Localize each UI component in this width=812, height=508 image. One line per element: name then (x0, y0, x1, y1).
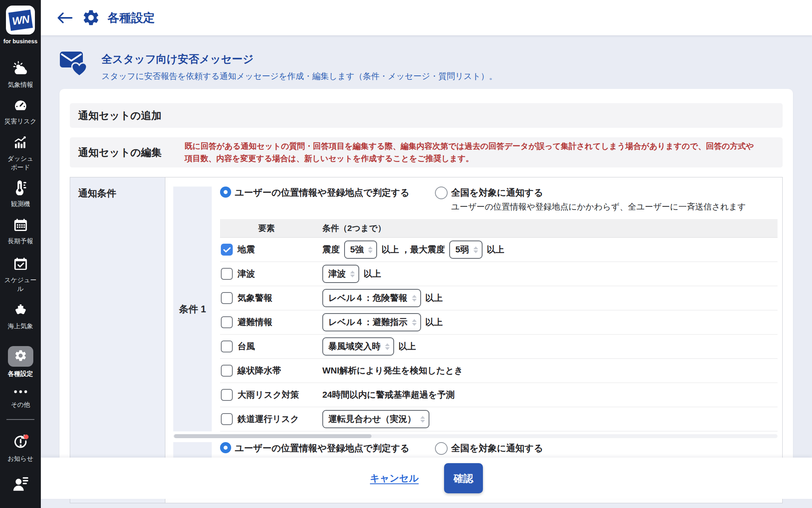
sidebar-item-disaster-risk[interactable]: 災害リスク (0, 98, 41, 126)
checkbox-unchecked[interactable] (221, 341, 233, 352)
radio-selected-icon[interactable] (220, 187, 231, 198)
sidebar-item-notifications[interactable]: お知らせ (0, 433, 41, 463)
stepper-arrows-icon[interactable] (420, 416, 425, 423)
sidebar-item-label: ダッシュ ボード (8, 154, 34, 171)
condition-select[interactable]: 暴風域突入時 (322, 337, 394, 356)
heart-icon (71, 62, 88, 79)
table-row: 気象警報レベル４：危険警報以上 (220, 286, 778, 310)
conditions-table: 要素 条件（2つまで） 地震震度5強以上 ，最大震度5弱以上津波津波以上気象警報… (220, 219, 778, 431)
element-label: 避難情報 (237, 316, 272, 328)
element-label: 気象警報 (237, 292, 272, 304)
wn-logo[interactable]: WN (6, 6, 35, 35)
sidebar-item-settings[interactable]: 各種設定 (0, 346, 41, 378)
select-value: 津波 (328, 268, 346, 280)
logo-tagline: for business (0, 38, 41, 44)
checkbox-unchecked[interactable] (221, 316, 233, 328)
radio-selected-icon[interactable] (220, 442, 231, 453)
message-settings-description: スタッフに安否報告を依頼する通知メッセージを作成・編集します（条件・メッセージ・… (102, 71, 497, 82)
radio-nationwide-label-2: 全国を対象に通知する (451, 442, 746, 454)
radio-option-location[interactable]: ユーザーの位置情報や登録地点で判定する (220, 187, 410, 198)
stepper-arrows-icon[interactable] (473, 246, 478, 253)
table-row: 台風暴風域突入時以上 (220, 335, 778, 359)
sidebar-item-marine-weather[interactable]: 海上気象 (0, 303, 41, 331)
condition-select[interactable]: 津波 (322, 265, 359, 283)
checkbox-checked[interactable] (221, 244, 233, 256)
sidebar-item-long-term-forecast[interactable]: 長期予報 (0, 217, 41, 246)
stepper-arrows-icon[interactable] (350, 271, 355, 277)
radio-location-label-2: ユーザーの位置情報や登録地点で判定する (235, 443, 410, 453)
table-row: 地震震度5強以上 ，最大震度5弱以上 (220, 238, 778, 262)
condition-text: 以上 ，最大震度 (381, 244, 445, 256)
checkbox-unchecked[interactable] (221, 365, 233, 377)
radio-unselected-icon[interactable] (435, 187, 448, 199)
top-bar: 各種設定 (41, 0, 812, 35)
sidebar-divider (6, 419, 34, 420)
sidebar-item-label: 長期予報 (8, 237, 33, 246)
radio-option-nationwide[interactable]: 全国を対象に通知する ユーザーの位置情報や登録地点にかかわらず、全ユーザーに一斉… (435, 187, 746, 212)
stepper-arrows-icon[interactable] (412, 319, 417, 326)
stepper-arrows-icon[interactable] (385, 343, 390, 350)
sidebar-item-label: お知らせ (8, 454, 33, 463)
condition-select[interactable]: レベル４：避難指示 (322, 313, 421, 331)
element-label: 台風 (237, 341, 255, 352)
radio-option-location-2[interactable]: ユーザーの位置情報や登録地点で判定する (220, 442, 410, 454)
select-value: 運転見合わせ（実況） (328, 413, 416, 425)
condition-text: 24時間以内に警戒基準超過を予測 (322, 389, 455, 401)
checkbox-unchecked[interactable] (221, 268, 233, 280)
page-title: 各種設定 (107, 0, 155, 35)
wn-logo-mark: WN (8, 10, 33, 31)
calendar-icon (13, 217, 28, 234)
condition-select[interactable]: レベル４：危険警報 (322, 289, 421, 307)
sidebar-item-others[interactable]: その他 (0, 387, 41, 409)
element-label: 大雨リスク対策 (237, 389, 299, 401)
table-header-row: 要素 条件（2つまで） (220, 219, 778, 238)
table-row: 津波津波以上 (220, 262, 778, 286)
select-value: 5強 (350, 244, 364, 256)
condition-text: 以上 (487, 244, 504, 256)
radio-nationwide-note: ユーザーの位置情報や登録地点にかかわらず、全ユーザーに一斉送信されます (451, 201, 746, 212)
sidebar-item-dashboard[interactable]: ダッシュ ボード (0, 135, 41, 171)
stepper-arrows-icon[interactable] (368, 246, 373, 253)
sidebar-item-label: その他 (11, 400, 30, 409)
thermometer-icon (13, 179, 28, 197)
cancel-button[interactable]: キャンセル (370, 472, 419, 485)
edit-notification-set-section[interactable]: 通知セットの編集 既に回答がある通知セットの質問・回答項目を編集する際、編集内容… (70, 137, 783, 167)
checkbox-unchecked[interactable] (221, 292, 233, 304)
radio-nationwide-label: 全国を対象に通知する (451, 187, 746, 198)
condition-select[interactable]: 5強 (344, 241, 377, 259)
settings-card: 通知セットの追加 通知セットの編集 既に回答がある通知セットの質問・回答項目を編… (59, 89, 793, 484)
header-condition: 条件（2つまで） (313, 223, 386, 234)
condition-select[interactable]: 運転見合わせ（実況） (322, 410, 429, 428)
ship-icon (13, 303, 29, 319)
sidebar-item-weather[interactable]: 気象情報 (0, 60, 41, 89)
sidebar-item-account[interactable] (0, 475, 41, 494)
condition-text: 以上 (425, 292, 443, 304)
add-notification-set-section[interactable]: 通知セットの追加 (70, 103, 783, 128)
conditions-body: 条件 1 ユーザーの位置情報や登録地点で判定する 全 (165, 177, 782, 503)
radio-location-label: ユーザーの位置情報や登録地点で判定する (235, 187, 410, 198)
condition-text: 以上 (364, 268, 381, 280)
sidebar-item-schedule[interactable]: スケジュー ル (0, 256, 41, 293)
back-button[interactable] (57, 12, 73, 24)
sidebar-item-label: 災害リスク (4, 117, 36, 126)
settings-gear-icon (82, 8, 100, 29)
scrollbar-thumb[interactable] (174, 434, 372, 438)
horizontal-scrollbar[interactable] (173, 434, 778, 438)
target-radio-group: ユーザーの位置情報や登録地点で判定する 全国を対象に通知する ユーザーの位置情報… (220, 187, 778, 218)
confirm-button[interactable]: 確認 (444, 463, 483, 493)
condition-select[interactable]: 5弱 (449, 241, 482, 259)
person-list-icon (11, 475, 30, 494)
mail-heart-icon (59, 51, 91, 82)
checkbox-unchecked[interactable] (221, 413, 233, 425)
select-value: 暴風域突入時 (328, 341, 381, 352)
element-label: 津波 (237, 268, 255, 280)
sidebar-item-label: スケジュー ル (4, 276, 37, 293)
radio-unselected-icon[interactable] (435, 442, 448, 455)
sidebar-item-observation[interactable]: 観測機 (0, 179, 41, 208)
stepper-arrows-icon[interactable] (412, 295, 417, 302)
select-value: レベル４：危険警報 (328, 292, 408, 304)
element-label: 鉄道運行リスク (237, 413, 299, 425)
header-element: 要素 (220, 223, 313, 234)
conditions-title: 通知条件 (78, 188, 116, 198)
checkbox-unchecked[interactable] (221, 389, 233, 401)
